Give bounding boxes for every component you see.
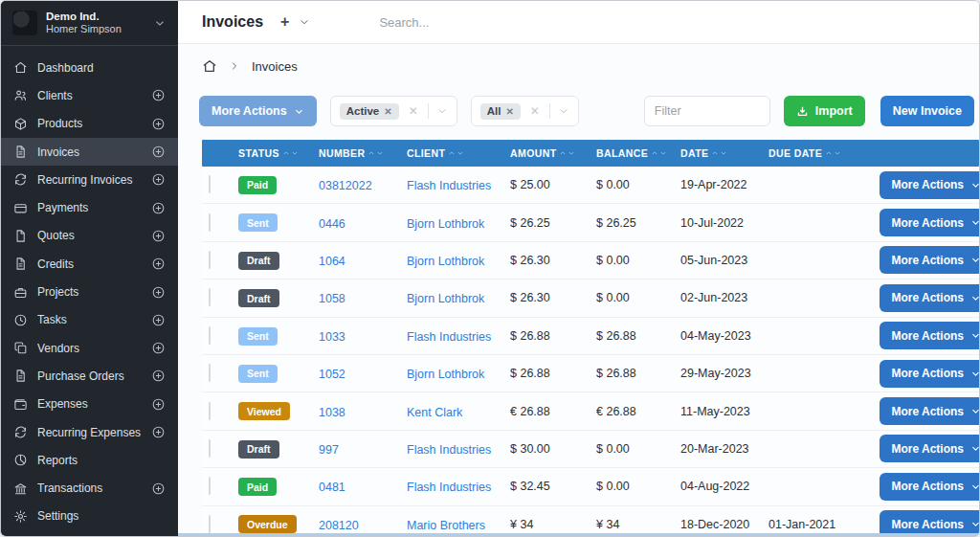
row-more-actions-button[interactable]: More Actions: [880, 246, 979, 274]
column-header-due-date[interactable]: DUE DATE: [768, 147, 851, 159]
filter-input[interactable]: [644, 96, 770, 126]
sort-icons[interactable]: [282, 149, 299, 157]
sort-icons[interactable]: [711, 149, 727, 157]
remove-chip-icon[interactable]: ✕: [505, 106, 513, 117]
sidebar-item-payments[interactable]: Payments: [1, 193, 178, 221]
bulk-more-actions-button[interactable]: More Actions: [199, 96, 317, 126]
invoice-number-link[interactable]: 208120: [319, 519, 359, 532]
new-invoice-button[interactable]: New Invoice: [880, 96, 974, 126]
invoice-number-link[interactable]: 1038: [319, 406, 345, 419]
add-purchase-order-icon[interactable]: [151, 369, 166, 383]
sort-icons[interactable]: [368, 149, 384, 157]
sidebar-item-products[interactable]: Products: [1, 110, 178, 138]
invoice-number-link[interactable]: 997: [319, 443, 339, 457]
sidebar-item-tasks[interactable]: Tasks: [1, 306, 178, 334]
invoice-number-link[interactable]: 1033: [319, 330, 345, 344]
import-button[interactable]: Import: [784, 96, 865, 126]
client-link[interactable]: Flash Industries: [407, 330, 491, 344]
search-input[interactable]: [379, 15, 666, 30]
sidebar-item-purchase-orders[interactable]: Purchase Orders: [1, 362, 178, 390]
chevron-down-icon[interactable]: [153, 16, 167, 30]
add-project-icon[interactable]: [151, 285, 166, 300]
add-task-icon[interactable]: [151, 313, 166, 327]
sort-icons[interactable]: [825, 149, 841, 157]
client-link[interactable]: Flash Industries: [407, 481, 491, 494]
row-more-actions-button[interactable]: More Actions: [880, 322, 979, 349]
home-breadcrumb-icon[interactable]: [202, 58, 217, 74]
invoice-number-link[interactable]: 03812022: [319, 179, 372, 192]
add-product-icon[interactable]: [151, 117, 166, 131]
add-expense-icon[interactable]: [151, 397, 166, 412]
sidebar-item-invoices[interactable]: Invoices: [1, 138, 178, 166]
add-quote-icon[interactable]: [151, 229, 166, 243]
row-checkbox[interactable]: [209, 251, 211, 269]
sort-icons[interactable]: [559, 149, 575, 157]
client-link[interactable]: Mario Brothers: [407, 519, 485, 532]
add-payment-icon[interactable]: [151, 201, 166, 215]
row-checkbox[interactable]: [209, 515, 211, 533]
add-recurring-expense-icon[interactable]: [151, 425, 166, 439]
row-checkbox[interactable]: [209, 364, 211, 382]
row-checkbox[interactable]: [209, 326, 211, 345]
sidebar-item-credits[interactable]: Credits: [1, 250, 178, 278]
column-header-number[interactable]: NUMBER: [319, 147, 407, 159]
sort-icons[interactable]: [448, 149, 464, 157]
row-more-actions-button[interactable]: More Actions: [880, 171, 979, 199]
chevron-down-icon[interactable]: [436, 105, 448, 117]
column-header-balance[interactable]: BALANCE: [596, 147, 680, 159]
row-more-actions-button[interactable]: More Actions: [880, 397, 979, 425]
sort-icons[interactable]: [651, 149, 667, 157]
client-link[interactable]: Bjorn Lothbrok: [407, 255, 484, 268]
sidebar-item-reports[interactable]: Reports: [1, 446, 178, 474]
row-more-actions-button[interactable]: More Actions: [880, 284, 979, 312]
client-link[interactable]: Bjorn Lothbrok: [407, 217, 484, 231]
add-client-icon[interactable]: [151, 88, 166, 102]
sidebar-item-vendors[interactable]: Vendors: [1, 334, 178, 362]
chevron-down-icon[interactable]: [558, 105, 569, 117]
row-more-actions-button[interactable]: More Actions: [880, 209, 979, 236]
new-invoice-quick-button[interactable]: +: [280, 13, 289, 31]
invoice-number-link[interactable]: 1064: [319, 255, 345, 268]
sidebar-item-settings[interactable]: Settings: [1, 503, 178, 530]
row-more-actions-button[interactable]: More Actions: [880, 435, 979, 462]
column-header-date[interactable]: DATE: [680, 147, 768, 159]
invoice-number-link[interactable]: 0446: [319, 217, 345, 231]
row-checkbox[interactable]: [209, 213, 211, 232]
row-more-actions-button[interactable]: More Actions: [880, 510, 979, 536]
sidebar-item-transactions[interactable]: Transactions: [1, 474, 178, 502]
invoice-number-link[interactable]: 1052: [319, 368, 345, 381]
sidebar-item-quotes[interactable]: Quotes: [1, 222, 178, 250]
client-link[interactable]: Kent Clark: [407, 406, 462, 419]
sidebar-item-dashboard[interactable]: Dashboard: [1, 54, 178, 81]
row-checkbox[interactable]: [209, 402, 211, 420]
column-header-status[interactable]: STATUS: [238, 147, 319, 159]
client-link[interactable]: Flash Industries: [407, 179, 491, 192]
row-checkbox[interactable]: [209, 288, 211, 306]
clear-select-icon[interactable]: ✕: [407, 104, 420, 118]
title-dropdown-caret-icon[interactable]: [299, 16, 310, 28]
add-recurring-invoice-icon[interactable]: [151, 172, 166, 187]
column-header-client[interactable]: CLIENT: [407, 147, 510, 159]
clear-select-icon[interactable]: ✕: [528, 104, 542, 118]
row-checkbox[interactable]: [209, 175, 211, 193]
client-link[interactable]: Bjorn Lothbrok: [407, 368, 484, 381]
invoice-number-link[interactable]: 0481: [319, 481, 345, 494]
account-menu[interactable]: Demo Ind. Homer Simpson: [1, 1, 178, 46]
add-invoice-icon[interactable]: [151, 145, 166, 159]
client-link[interactable]: Flash Industries: [407, 443, 491, 457]
add-credit-icon[interactable]: [151, 257, 166, 271]
sidebar-item-recurring-expenses[interactable]: Recurring Expenses: [1, 418, 178, 446]
remove-chip-icon[interactable]: ✕: [384, 106, 391, 117]
sidebar-item-recurring-invoices[interactable]: Recurring Invoices: [1, 166, 178, 193]
sidebar-item-clients[interactable]: Clients: [1, 81, 178, 109]
client-filter-select[interactable]: All✕ ✕: [471, 96, 579, 126]
client-link[interactable]: Bjorn Lothbrok: [407, 292, 484, 305]
sidebar-item-expenses[interactable]: Expenses: [1, 391, 178, 418]
sidebar-item-projects[interactable]: Projects: [1, 278, 178, 305]
status-filter-select[interactable]: Active✕ ✕: [330, 96, 457, 126]
add-vendor-icon[interactable]: [151, 341, 166, 355]
invoice-number-link[interactable]: 1058: [319, 292, 345, 305]
row-checkbox[interactable]: [209, 477, 211, 495]
row-more-actions-button[interactable]: More Actions: [880, 360, 979, 388]
column-header-amount[interactable]: AMOUNT: [510, 147, 596, 159]
